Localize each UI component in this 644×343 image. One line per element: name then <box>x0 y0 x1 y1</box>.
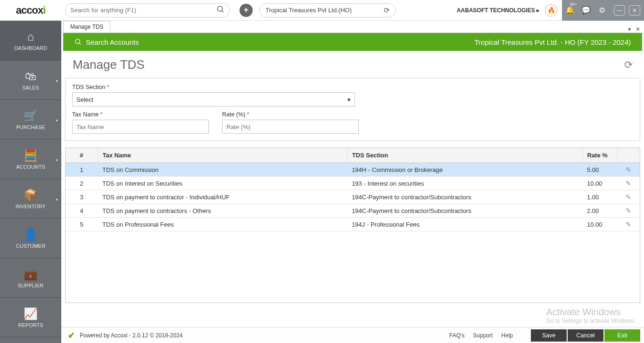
taxname-input[interactable] <box>72 120 209 134</box>
cell-num: 1 <box>66 163 98 177</box>
cell-section: 194C-Payment to contractor/Subcontractor… <box>347 190 582 204</box>
edit-icon[interactable]: ✎ <box>626 220 631 228</box>
taxname-label: Tax Name <box>72 111 209 118</box>
faq-link[interactable]: FAQ's <box>449 332 464 339</box>
cell-rate: 1.00 <box>582 190 617 204</box>
global-search[interactable] <box>65 3 230 17</box>
cell-section: 194J - Professional Fees <box>347 218 582 231</box>
sidebar-item-accounts[interactable]: 🧮 ACCOUNTS ▸ <box>0 139 61 179</box>
chevron-right-icon: ▸ <box>56 157 58 162</box>
user-icon: 👤 <box>24 228 38 241</box>
cell-rate: 10.00 <box>582 177 617 190</box>
svg-line-1 <box>222 10 223 12</box>
os-watermark: Activate Windows Go to Settings to activ… <box>546 307 636 324</box>
search-accounts-label: Search Accounts <box>86 38 139 46</box>
sidebar-item-label: SALES <box>22 85 39 90</box>
table-row[interactable]: 4TDS on payment to contractors - Others1… <box>66 204 640 218</box>
tab-manage-tds[interactable]: Manage TDS <box>63 21 110 33</box>
edit-icon[interactable]: ✎ <box>626 193 631 201</box>
header-tools: 🔔99+ 💬 ⚙ — ✕ <box>562 0 644 21</box>
calculator-icon: 🧮 <box>24 149 38 162</box>
cell-num: 3 <box>66 190 98 204</box>
cart-icon: 🛒 <box>24 109 38 122</box>
add-button[interactable]: + <box>239 4 253 17</box>
sidebar-item-reports[interactable]: 📈 REPORTS <box>0 298 61 337</box>
footer-logo-icon: ✔ <box>68 330 75 341</box>
context-org: Tropical Treasures Pvt Ltd. - HO (FY 202… <box>474 38 631 46</box>
search-input[interactable] <box>70 7 216 14</box>
cell-name: TDS on Professional Fees <box>98 218 347 231</box>
main-area: Manage TDS ▾ ✕ Search Accounts Tropical … <box>61 21 644 343</box>
form-card: TDS Section Select ▾ Tax Name Rate (%) <box>65 78 640 141</box>
gear-icon[interactable]: ⚙ <box>594 0 610 21</box>
company-link[interactable]: AABASOFT TECHNOLOGIES ▸ <box>457 7 542 14</box>
section-select[interactable]: Select ▾ <box>72 92 355 106</box>
notif-badge: 99+ <box>570 2 577 7</box>
cell-name: TDS on payment to contractors - Others <box>98 204 347 218</box>
search-icon <box>74 38 82 46</box>
col-header-name[interactable]: Tax Name <box>98 148 347 163</box>
rate-input[interactable] <box>222 120 359 134</box>
edit-icon[interactable]: ✎ <box>626 207 631 214</box>
sync-icon[interactable]: ⟳ <box>384 6 390 15</box>
sidebar-item-inventory[interactable]: 📦 INVENTORY ▸ <box>0 179 61 219</box>
section-value: Select <box>76 96 93 103</box>
help-link[interactable]: Help <box>501 332 513 339</box>
fire-icon[interactable]: 🔥 <box>545 4 557 16</box>
chevron-right-icon: ▸ <box>56 78 58 83</box>
app-logo: accoxi <box>0 0 61 21</box>
save-button[interactable]: Save <box>531 329 567 342</box>
rate-label: Rate (%) <box>222 111 359 118</box>
chat-icon[interactable]: 💬 <box>578 0 594 21</box>
sidebar-item-customer[interactable]: 👤 CUSTOMER <box>0 219 61 258</box>
sidebar-item-label: REPORTS <box>18 322 43 328</box>
cell-rate: 10.00 <box>582 218 617 231</box>
sidebar-item-purchase[interactable]: 🛒 PURCHASE ▸ <box>0 100 61 139</box>
cell-name: TDS on Commission <box>98 163 347 177</box>
search-accounts-button[interactable]: Search Accounts <box>74 38 139 46</box>
tabbar: Manage TDS ▾ ✕ <box>61 21 644 33</box>
edit-icon[interactable]: ✎ <box>626 180 631 187</box>
cell-name: TDS on payment to contractor - Individua… <box>98 190 347 204</box>
table-row[interactable]: 5TDS on Professional Fees194J - Professi… <box>66 218 640 231</box>
sidebar-item-sales[interactable]: 🛍 SALES ▸ <box>0 60 61 100</box>
col-header-rate[interactable]: Rate % <box>582 148 617 163</box>
col-header-num[interactable]: # <box>66 148 98 163</box>
cell-name: TDS on Interest on Securities <box>98 177 347 190</box>
minimize-button[interactable]: — <box>614 5 625 16</box>
svg-point-0 <box>217 6 223 11</box>
org-switcher[interactable]: Tropical Treasures Pvt Ltd.(HO) ⟳ <box>259 3 396 17</box>
table-row[interactable]: 3TDS on payment to contractor - Individu… <box>66 190 640 204</box>
tab-dropdown-icon[interactable]: ▾ <box>628 26 631 33</box>
sidebar-item-label: PURCHASE <box>16 124 45 130</box>
cell-num: 2 <box>66 177 98 190</box>
table-row[interactable]: 2TDS on Interest on Securities193 - Inte… <box>66 177 640 190</box>
col-header-section[interactable]: TDS Section <box>347 148 582 163</box>
footer-powered: Powered by Accoxi - 2.0.12 © 2018-2024 <box>80 332 182 339</box>
sidebar-item-label: INVENTORY <box>16 204 46 209</box>
chevron-right-icon: ▸ <box>56 118 58 122</box>
sidebar-item-label: DASHBOARD <box>14 45 47 51</box>
cancel-button[interactable]: Cancel <box>568 329 603 342</box>
sidebar-item-dashboard[interactable]: ⌂ DASHBOARD <box>0 21 61 60</box>
section-label: TDS Section <box>72 84 633 90</box>
cell-section: 194H - Commission or Brokerage <box>347 163 582 177</box>
refresh-button[interactable]: ⟳ <box>624 59 633 71</box>
cell-num: 5 <box>66 218 98 231</box>
sidebar-item-supplier[interactable]: 💼 SUPPLIER <box>0 258 61 298</box>
tab-close-icon[interactable]: ✕ <box>636 26 640 33</box>
bell-icon[interactable]: 🔔99+ <box>562 0 578 21</box>
close-button[interactable]: ✕ <box>629 5 640 16</box>
footer: ✔ Powered by Accoxi - 2.0.12 © 2018-2024… <box>61 327 644 343</box>
edit-icon[interactable]: ✎ <box>626 166 631 173</box>
page-title: Manage TDS <box>73 57 145 72</box>
chart-icon: 📈 <box>24 307 38 320</box>
col-header-actions <box>617 148 640 163</box>
support-link[interactable]: Support <box>473 332 493 339</box>
exit-button[interactable]: Exit <box>604 329 640 342</box>
sidebar-item-label: CUSTOMER <box>16 243 46 249</box>
table-row[interactable]: 1TDS on Commission194H - Commission or B… <box>66 163 640 177</box>
search-icon[interactable] <box>216 5 225 16</box>
sidebar-item-label: ACCOUNTS <box>16 164 45 170</box>
bag-icon: 🛍 <box>25 70 36 83</box>
